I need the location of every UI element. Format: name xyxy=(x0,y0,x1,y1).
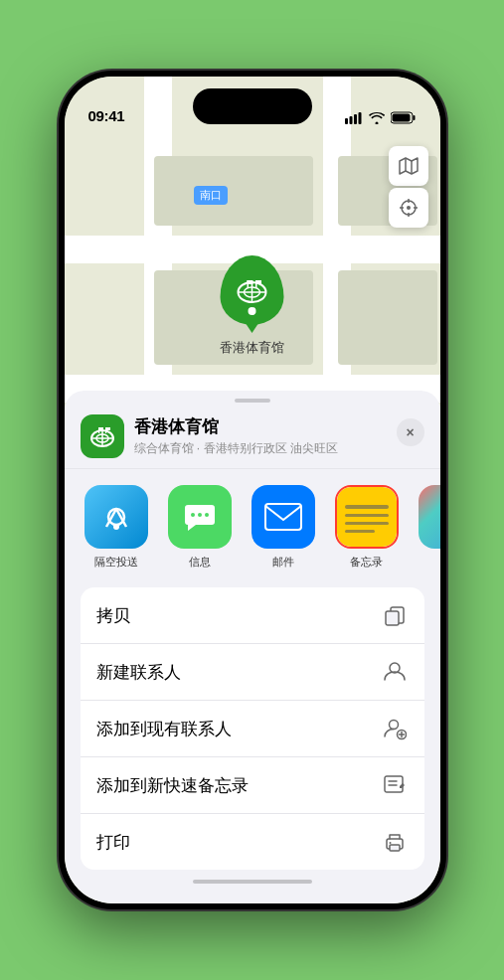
messages-svg xyxy=(182,499,218,535)
airdrop-icon xyxy=(84,485,148,549)
svg-rect-36 xyxy=(265,504,301,530)
new-contact-icon xyxy=(381,658,409,686)
copy-icon xyxy=(381,601,409,629)
mail-label: 邮件 xyxy=(272,555,294,570)
mail-icon xyxy=(252,485,315,549)
share-more[interactable]: 推 xyxy=(415,485,440,570)
svg-point-34 xyxy=(198,513,202,517)
print-svg xyxy=(383,831,407,853)
dynamic-island xyxy=(193,88,312,124)
notes-label: 备忘录 xyxy=(350,555,383,570)
signal-icon xyxy=(345,112,363,124)
map-type-button[interactable] xyxy=(389,146,428,186)
svg-point-33 xyxy=(191,513,195,517)
action-copy-label: 拷贝 xyxy=(96,604,130,627)
svg-rect-48 xyxy=(390,845,400,851)
svg-point-18 xyxy=(407,206,411,210)
notes-icon-wrap xyxy=(335,485,399,549)
action-print[interactable]: 打印 xyxy=(81,814,424,870)
phone-frame: 09:41 xyxy=(59,71,446,909)
svg-point-40 xyxy=(389,721,398,730)
share-notes[interactable]: 备忘录 xyxy=(331,485,403,570)
svg-rect-2 xyxy=(354,114,357,124)
action-new-contact-label: 新建联系人 xyxy=(96,661,181,684)
mail-icon-wrap xyxy=(252,485,315,549)
venue-title: 香港体育馆 xyxy=(134,415,424,438)
home-indicator xyxy=(193,880,312,884)
action-new-contact[interactable]: 新建联系人 xyxy=(81,644,424,701)
map-buttons xyxy=(389,146,428,228)
map-block-4 xyxy=(338,270,437,365)
svg-rect-5 xyxy=(413,115,415,120)
venue-header: 香港体育馆 综合体育馆 · 香港特别行政区 油尖旺区 × xyxy=(65,403,440,469)
messages-icon-wrap xyxy=(168,485,232,549)
notes-icon xyxy=(337,487,397,547)
airdrop-icon-wrap xyxy=(84,485,148,549)
svg-point-35 xyxy=(205,513,209,517)
battery-icon xyxy=(391,111,417,124)
svg-rect-38 xyxy=(386,611,399,625)
stadium-marker: 香港体育馆 xyxy=(220,255,284,357)
svg-point-32 xyxy=(113,524,119,530)
stadium-pin-dot xyxy=(249,307,256,315)
venue-stadium-icon xyxy=(88,422,116,450)
mail-svg xyxy=(263,502,303,532)
svg-rect-6 xyxy=(392,114,410,122)
status-time: 09:41 xyxy=(88,107,125,124)
map-block-1 xyxy=(154,156,313,226)
location-icon xyxy=(399,198,419,218)
action-add-existing[interactable]: 添加到现有联系人 xyxy=(81,701,424,757)
map-type-icon xyxy=(398,155,420,177)
svg-point-49 xyxy=(389,842,391,844)
wifi-icon xyxy=(369,112,385,124)
print-icon xyxy=(381,828,409,856)
stadium-icon xyxy=(235,272,270,308)
status-icons xyxy=(345,111,417,124)
action-quick-note[interactable]: 添加到新快速备忘录 xyxy=(81,757,424,814)
svg-rect-3 xyxy=(358,112,361,124)
copy-svg xyxy=(384,603,406,627)
bottom-sheet: 香港体育馆 综合体育馆 · 香港特别行政区 油尖旺区 × xyxy=(65,391,440,903)
messages-icon xyxy=(168,485,232,549)
new-contact-svg xyxy=(383,660,407,684)
phone-screen: 09:41 xyxy=(65,77,440,903)
more-icon xyxy=(419,485,440,549)
venue-info: 香港体育馆 综合体育馆 · 香港特别行政区 油尖旺区 xyxy=(134,415,424,457)
action-copy[interactable]: 拷贝 xyxy=(81,587,424,644)
map-label: 南口 xyxy=(194,186,228,205)
close-button[interactable]: × xyxy=(397,418,424,446)
add-existing-svg xyxy=(383,717,407,740)
stadium-pin xyxy=(221,255,284,325)
add-existing-icon xyxy=(381,715,409,742)
quick-note-icon xyxy=(381,771,409,799)
svg-rect-28 xyxy=(98,427,103,430)
more-icon-wrap xyxy=(419,485,440,549)
stadium-label: 香港体育馆 xyxy=(220,339,284,357)
share-row: 隔空投送 信息 xyxy=(65,469,440,577)
share-messages[interactable]: 信息 xyxy=(164,485,236,570)
svg-rect-1 xyxy=(349,116,352,124)
action-print-label: 打印 xyxy=(96,831,130,854)
location-button[interactable] xyxy=(389,188,428,228)
venue-icon xyxy=(81,414,124,458)
messages-label: 信息 xyxy=(189,555,211,570)
close-icon: × xyxy=(406,424,414,440)
action-quick-note-label: 添加到新快速备忘录 xyxy=(96,774,249,797)
share-mail[interactable]: 邮件 xyxy=(248,485,319,570)
quick-note-svg xyxy=(383,774,407,796)
action-list: 拷贝 新建联系人 xyxy=(81,587,424,870)
svg-rect-0 xyxy=(345,118,348,124)
share-airdrop[interactable]: 隔空投送 xyxy=(81,485,152,570)
svg-rect-44 xyxy=(385,776,403,792)
venue-subtitle: 综合体育馆 · 香港特别行政区 油尖旺区 xyxy=(134,440,424,457)
svg-rect-30 xyxy=(105,427,110,430)
airdrop-svg xyxy=(98,499,134,535)
svg-rect-14 xyxy=(255,280,261,284)
svg-rect-12 xyxy=(248,280,253,284)
airdrop-label: 隔空投送 xyxy=(94,555,138,570)
action-add-existing-label: 添加到现有联系人 xyxy=(96,718,232,740)
